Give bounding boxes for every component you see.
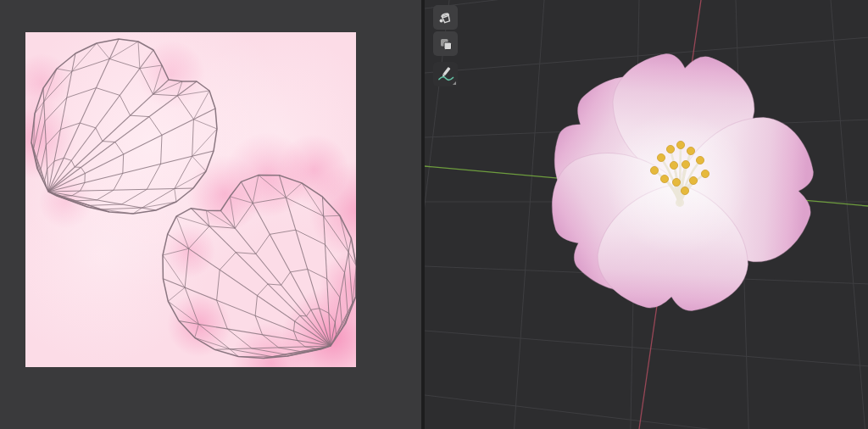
image-editor-panel bbox=[0, 0, 421, 429]
paint-bucket-icon bbox=[437, 9, 454, 26]
viewport-3d-panel[interactable] bbox=[425, 0, 868, 429]
draw-tool-button[interactable] bbox=[433, 62, 458, 86]
paint-toolbar bbox=[433, 5, 459, 88]
app-window bbox=[0, 0, 868, 429]
subtool-indicator-icon bbox=[453, 81, 456, 85]
clone-tool-button[interactable] bbox=[433, 31, 458, 56]
texture-paint-canvas[interactable] bbox=[25, 32, 356, 367]
fill-tool-button[interactable] bbox=[433, 5, 458, 30]
flower-model bbox=[531, 50, 817, 315]
uv-wireframe-overlay bbox=[25, 32, 356, 367]
viewport-scene bbox=[425, 0, 868, 429]
clone-stamp-icon bbox=[437, 36, 454, 53]
